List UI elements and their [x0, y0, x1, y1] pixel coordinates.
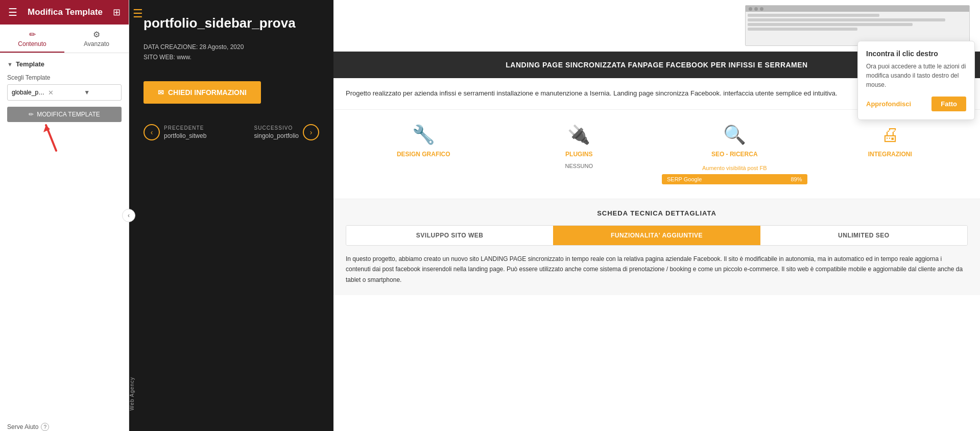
clear-icon[interactable]: ✕: [48, 89, 81, 97]
tooltip-popup: Incontra il clic destro Ora puoi acceder…: [857, 41, 975, 120]
field-label: Scegli Template: [7, 74, 122, 81]
help-icon[interactable]: ?: [41, 423, 49, 431]
seo-icon: 🔍: [723, 124, 746, 146]
integrazioni-icon: 🖨: [881, 124, 899, 146]
scheda-tab-seo[interactable]: UNLIMITED SEO: [760, 226, 967, 245]
plugins-sub: NESSUNO: [565, 163, 593, 169]
dropdown-arrow-icon[interactable]: ▼: [84, 89, 117, 96]
prev-name: portfolio_sitweb: [164, 132, 206, 139]
serve-aiuto: Serve Aiuto ?: [0, 423, 129, 431]
nav-prev[interactable]: ‹ PRECEDENTE portfolio_sitweb: [144, 124, 206, 140]
vertical-web-agency-label: Web Agency: [129, 377, 135, 411]
icon-seo: 🔍 SEO - RICERCA Aumento visibilità post …: [657, 124, 812, 184]
template-select[interactable]: globale_portfolio (Template) ✕ ▼: [7, 84, 122, 101]
seo-visibility-label: Aumento visibilità post FB: [662, 165, 807, 171]
approfondisci-button[interactable]: Approfondisci: [866, 100, 911, 108]
seo-badge-val: 89%: [791, 176, 802, 182]
design-grafico-title: DESIGN GRAFICO: [397, 151, 450, 158]
prev-label: PRECEDENTE: [164, 125, 206, 131]
chiedi-informazioni-button[interactable]: ✉ CHIEDI INFORMAZIONI: [144, 81, 261, 104]
tooltip-body: Ora puoi accedere a tutte le azioni di m…: [866, 62, 966, 89]
sidebar-header: ☰ Modifica Template ⊞: [0, 0, 129, 25]
scheda-body: In questo progetto, abbiamo creato un nu…: [346, 254, 968, 285]
envelope-icon: ✉: [158, 88, 164, 97]
tooltip-actions: Approfondisci Fatto: [866, 97, 966, 111]
tab-contenuto[interactable]: ✏ Contenuto: [0, 25, 64, 53]
section-label: Template: [16, 60, 44, 68]
center-panel: portfolio_sidebar_prova DATA CREAZIONE: …: [129, 0, 333, 431]
next-arrow-icon[interactable]: ›: [303, 124, 319, 140]
design-grafico-icon: 🔧: [412, 124, 435, 146]
select-value: globale_portfolio (Template): [12, 89, 45, 96]
collapse-sidebar-button[interactable]: ‹: [122, 209, 135, 222]
scheda-tab-sviluppo[interactable]: SVILUPPO SITO WEB: [346, 226, 553, 245]
integrazioni-title: INTEGRAZIONI: [868, 151, 912, 158]
menu-icon[interactable]: ☰: [8, 6, 17, 18]
seo-title: SEO - RICERCA: [711, 151, 758, 158]
plugins-icon: 🔌: [567, 124, 590, 146]
icon-design-grafico: 🔧 DESIGN GRAFICO: [346, 124, 501, 184]
edit-pencil-icon: ✏: [29, 111, 34, 118]
sidebar-tabs: ✏ Contenuto ⚙ Avanzato: [0, 25, 129, 53]
scheda-title: SCHEDA TECNICA DETTAGLIATA: [346, 209, 968, 217]
main-content: portfolio_sidebar_prova DATA CREAZIONE: …: [129, 0, 980, 431]
scheda-tab-funzionalita[interactable]: FUNZIONALITA' AGGIUNTIVE: [553, 226, 760, 245]
chiedi-btn-label: CHIEDI INFORMAZIONI: [168, 88, 247, 97]
next-label: SUCCESSIVO: [254, 125, 299, 131]
edit-icon: ✏: [29, 30, 36, 39]
icon-integrazioni: 🖨 INTEGRAZIONI: [812, 124, 968, 184]
seo-badge-label: SERP Google: [667, 176, 702, 182]
meta-website: SITO WEB: www.: [144, 54, 319, 61]
prev-arrow-icon[interactable]: ‹: [144, 124, 160, 140]
portfolio-title: portfolio_sidebar_prova: [144, 15, 319, 31]
preview-screenshot: [745, 5, 970, 46]
sidebar: ☰ Modifica Template ⊞ ✏ Contenuto ⚙ Avan…: [0, 0, 129, 431]
top-bar: ☰: [133, 7, 143, 20]
sidebar-title: Modifica Template: [28, 7, 103, 17]
nav-next[interactable]: SUCCESSIVO singolo_portfolio ›: [254, 124, 319, 140]
meta-creation: DATA CREAZIONE: 28 Agosto, 2020: [144, 43, 319, 51]
plugins-title: PLUGINS: [565, 151, 592, 158]
seo-badge: SERP Google 89%: [662, 174, 807, 184]
fatto-button[interactable]: Fatto: [931, 97, 966, 111]
section-header: ▼ Template: [7, 60, 122, 68]
scheda-tabs: SVILUPPO SITO WEB FUNZIONALITA' AGGIUNTI…: [346, 225, 968, 246]
tooltip-title: Incontra il clic destro: [866, 50, 966, 58]
tab-avanzato-label: Avanzato: [84, 40, 109, 47]
scheda-section: SCHEDA TECNICA DETTAGLIATA SVILUPPO SITO…: [333, 199, 980, 295]
tab-contenuto-label: Contenuto: [18, 40, 46, 47]
next-name: singolo_portfolio: [254, 132, 299, 139]
grid-icon[interactable]: ⊞: [113, 7, 121, 18]
hamburger-icon[interactable]: ☰: [133, 7, 143, 20]
sidebar-content: ▼ Template Scegli Template globale_portf…: [0, 53, 129, 392]
gear-icon: ⚙: [93, 30, 100, 39]
navigation-prev-next: ‹ PRECEDENTE portfolio_sitweb SUCCESSIVO…: [144, 124, 319, 140]
serve-aiuto-label: Serve Aiuto: [7, 423, 38, 430]
chevron-icon: ▼: [7, 61, 13, 67]
icon-plugins: 🔌 PLUGINS NESSUNO: [501, 124, 657, 184]
tab-avanzato[interactable]: ⚙ Avanzato: [64, 25, 129, 53]
red-arrow-indicator: [41, 115, 71, 156]
icons-section: 🔧 DESIGN GRAFICO 🔌 PLUGINS NESSUNO 🔍 SEO…: [333, 110, 980, 199]
